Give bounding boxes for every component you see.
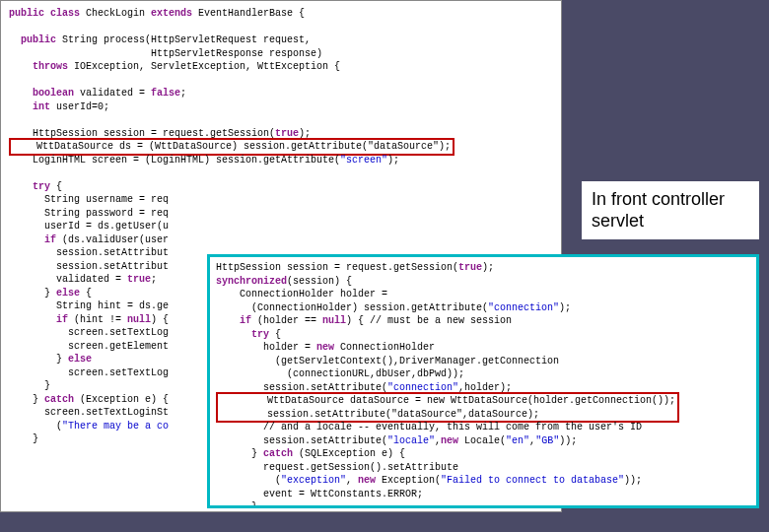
highlighted-line-wttdatasource: WttDataSource dataSource = new WttDataSo…	[216, 392, 679, 423]
txt: (ConnectionHolder) session.getAttribute(	[216, 302, 488, 313]
txt: }	[9, 288, 56, 299]
kw-false: false	[151, 88, 180, 99]
txt: session.setAttribute(	[216, 435, 387, 446]
kw-new3: new	[358, 475, 376, 486]
txt: session.setAttribute("dataSource",dataSo…	[220, 409, 539, 420]
txt: );	[387, 155, 399, 166]
txt: {	[80, 288, 92, 299]
kw-new2: new	[441, 435, 458, 446]
txt: );	[482, 262, 494, 273]
txt: (ds.validUser(user	[56, 234, 169, 245]
txt: }	[9, 394, 44, 405]
kw-public: public class	[9, 8, 80, 19]
kw-true: true	[275, 128, 299, 139]
kw-throws: throws	[9, 61, 68, 72]
txt: event = WttConstants.ERROR;	[216, 489, 423, 499]
txt: screen.setTextLog	[9, 367, 169, 378]
txt: LoginHTML screen = (LoginHTML) session.g…	[9, 155, 340, 166]
highlighted-line-datasource: WttDataSource ds = (WttDataSource) sessi…	[9, 138, 454, 156]
txt: Exception(	[376, 475, 441, 486]
kw-catch: catch	[44, 394, 74, 405]
kw-else: else	[56, 288, 80, 299]
txt: String password = req	[9, 208, 169, 219]
txt: IOException, ServletException, WttExcept…	[68, 61, 340, 72]
txt: session.setAttribute(	[216, 382, 387, 393]
annotation-label: In front controller servlet	[582, 181, 759, 239]
kw-new: new	[316, 342, 334, 353]
kw-try: try	[216, 329, 269, 340]
txt: validated =	[9, 274, 127, 285]
txt: session.setAttribut	[9, 261, 169, 272]
kw-try: try	[9, 181, 50, 192]
txt: EventHandlerBase {	[192, 8, 305, 19]
txt: ;	[180, 88, 186, 99]
txt: screen.setTextLog	[9, 327, 169, 338]
kw-if: if	[216, 315, 251, 326]
txt: screen.getElement	[9, 341, 169, 352]
txt: // and a locale -- eventually, this will…	[216, 422, 642, 432]
kw-true2: true	[127, 274, 151, 285]
kw-public2: public	[9, 34, 56, 45]
txt: (getServletContext(),DriverManager.getCo…	[216, 356, 559, 366]
txt: ;	[151, 274, 157, 285]
kw-else2: else	[68, 354, 92, 365]
str: "Failed to connect to database"	[441, 475, 624, 486]
str: "screen"	[340, 155, 387, 166]
txt: );	[559, 302, 571, 313]
txt: userId=0;	[50, 101, 109, 112]
kw-extends: extends	[151, 8, 192, 19]
txt: ));	[624, 475, 642, 486]
kw-sync: synchronized	[216, 276, 287, 287]
txt: session.setAttribut	[9, 247, 169, 258]
txt: (connectionURL,dbUser,dbPwd));	[216, 368, 464, 379]
txt: );	[299, 128, 311, 139]
kw-catch2: catch	[263, 448, 293, 459]
str: "locale"	[387, 435, 435, 446]
txt: String process(HttpServletRequest reques…	[56, 34, 311, 45]
annotation-text: In front controller servlet	[592, 189, 725, 231]
txt: ));	[559, 435, 577, 446]
txt: ) {	[151, 314, 169, 325]
txt: {	[269, 329, 281, 340]
kw-int: int	[9, 101, 50, 112]
txt: (SQLException e) {	[293, 448, 405, 459]
txt: }	[216, 501, 257, 508]
txt: (	[216, 475, 281, 486]
txt: CheckLogin	[80, 8, 151, 19]
txt: }	[9, 380, 50, 391]
txt: (session) {	[287, 276, 352, 287]
txt: HttpSession session = request.getSession…	[9, 128, 275, 139]
txt: {	[50, 181, 62, 192]
txt: ConnectionHolder holder =	[216, 289, 387, 299]
kw-boolean: boolean	[9, 88, 74, 99]
txt: ) { // must be a new session	[346, 315, 512, 326]
txt: ,	[346, 475, 358, 486]
txt: validated =	[74, 88, 151, 99]
txt: (hint !=	[68, 314, 127, 325]
txt: HttpServletResponse response)	[9, 48, 322, 59]
txt: (holder ==	[251, 315, 322, 326]
str: "exception"	[281, 475, 346, 486]
txt: WttDataSource dataSource = new WttDataSo…	[220, 395, 675, 406]
kw: true	[458, 262, 482, 273]
txt: HttpSession session = request.getSession…	[216, 262, 458, 273]
kw-if2: if	[9, 314, 68, 325]
txt: Locale(	[458, 435, 506, 446]
txt: String username = req	[9, 194, 169, 205]
txt: (	[9, 421, 62, 432]
txt: holder =	[216, 342, 316, 353]
str: "connection"	[387, 382, 458, 393]
txt: (Exception e) {	[74, 394, 169, 405]
txt: }	[9, 354, 68, 365]
txt: ConnectionHolder	[334, 342, 435, 353]
txt: userId = ds.getUser(u	[9, 221, 169, 232]
str: "en"	[506, 435, 529, 446]
txt: }	[9, 433, 38, 444]
txt: screen.setTextLoginSt	[9, 407, 169, 418]
txt: ,holder);	[458, 382, 512, 393]
code-panel-foreground: HttpSession session = request.getSession…	[207, 254, 759, 508]
txt: request.getSession().setAttribute	[216, 462, 458, 473]
kw-null: null	[322, 315, 346, 326]
kw-if: if	[9, 234, 56, 245]
kw-null: null	[127, 314, 151, 325]
